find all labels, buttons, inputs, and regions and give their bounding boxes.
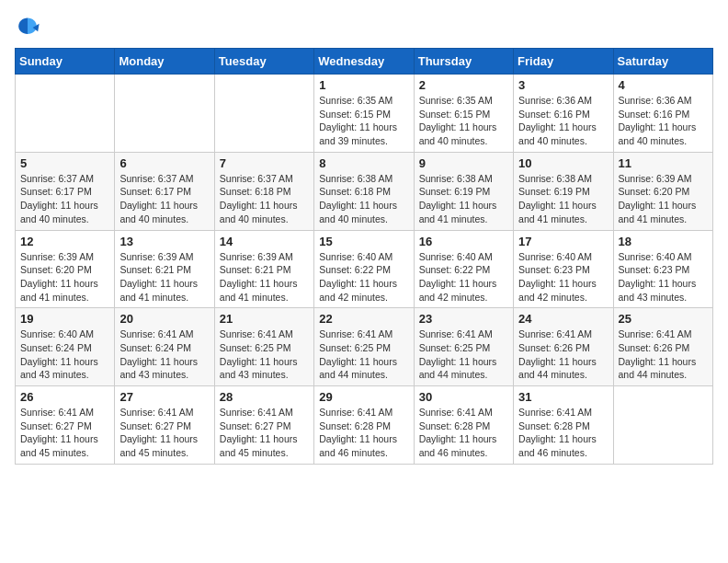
day-info: Sunrise: 6:41 AMSunset: 6:28 PMDaylight:… <box>419 406 508 460</box>
calendar-table: SundayMondayTuesdayWednesdayThursdayFrid… <box>15 48 713 465</box>
calendar-cell: 10Sunrise: 6:38 AMSunset: 6:19 PMDayligh… <box>514 152 613 230</box>
day-number: 21 <box>220 312 309 326</box>
calendar-week-row: 5Sunrise: 6:37 AMSunset: 6:17 PMDaylight… <box>16 152 713 230</box>
calendar-cell <box>16 75 115 153</box>
day-info: Sunrise: 6:41 AMSunset: 6:26 PMDaylight:… <box>518 327 608 382</box>
day-info: Sunrise: 6:41 AMSunset: 6:27 PMDaylight:… <box>220 406 309 460</box>
day-number: 26 <box>20 390 109 404</box>
day-info: Sunrise: 6:38 AMSunset: 6:19 PMDaylight:… <box>518 172 608 226</box>
day-info: Sunrise: 6:39 AMSunset: 6:20 PMDaylight:… <box>619 172 708 226</box>
calendar-cell: 15Sunrise: 6:40 AMSunset: 6:22 PMDayligh… <box>314 230 414 308</box>
day-number: 29 <box>319 390 408 404</box>
day-number: 12 <box>20 235 109 248</box>
day-info: Sunrise: 6:37 AMSunset: 6:17 PMDaylight:… <box>119 172 209 226</box>
calendar-cell: 11Sunrise: 6:39 AMSunset: 6:20 PMDayligh… <box>613 152 712 230</box>
day-number: 17 <box>518 235 608 248</box>
calendar-cell: 31Sunrise: 6:41 AMSunset: 6:28 PMDayligh… <box>514 386 613 465</box>
calendar-cell: 18Sunrise: 6:40 AMSunset: 6:23 PMDayligh… <box>613 230 712 308</box>
calendar-cell: 27Sunrise: 6:41 AMSunset: 6:27 PMDayligh… <box>115 386 214 465</box>
calendar-cell: 4Sunrise: 6:36 AMSunset: 6:16 PMDaylight… <box>613 75 712 153</box>
calendar-cell: 2Sunrise: 6:35 AMSunset: 6:15 PMDaylight… <box>414 75 513 153</box>
calendar-cell: 23Sunrise: 6:41 AMSunset: 6:25 PMDayligh… <box>414 308 513 386</box>
calendar-cell: 19Sunrise: 6:40 AMSunset: 6:24 PMDayligh… <box>16 308 115 386</box>
calendar-cell: 12Sunrise: 6:39 AMSunset: 6:20 PMDayligh… <box>16 230 115 308</box>
day-number: 19 <box>20 312 109 326</box>
weekday-header: Thursday <box>414 49 513 75</box>
weekday-header: Friday <box>514 49 613 75</box>
day-info: Sunrise: 6:36 AMSunset: 6:16 PMDaylight:… <box>619 94 708 148</box>
calendar-cell: 29Sunrise: 6:41 AMSunset: 6:28 PMDayligh… <box>314 386 414 465</box>
day-number: 1 <box>319 78 408 92</box>
day-number: 15 <box>319 235 408 248</box>
day-info: Sunrise: 6:40 AMSunset: 6:22 PMDaylight:… <box>419 250 508 304</box>
calendar-cell: 24Sunrise: 6:41 AMSunset: 6:26 PMDayligh… <box>514 308 613 386</box>
calendar-week-row: 12Sunrise: 6:39 AMSunset: 6:20 PMDayligh… <box>16 230 713 308</box>
calendar-cell: 22Sunrise: 6:41 AMSunset: 6:25 PMDayligh… <box>314 308 414 386</box>
calendar-cell: 9Sunrise: 6:38 AMSunset: 6:19 PMDaylight… <box>414 152 513 230</box>
day-number: 30 <box>419 390 508 404</box>
day-number: 28 <box>220 390 309 404</box>
day-number: 27 <box>119 390 209 404</box>
calendar-cell: 8Sunrise: 6:38 AMSunset: 6:18 PMDaylight… <box>314 152 414 230</box>
day-info: Sunrise: 6:39 AMSunset: 6:21 PMDaylight:… <box>220 250 309 304</box>
day-number: 7 <box>220 156 309 170</box>
calendar-cell: 28Sunrise: 6:41 AMSunset: 6:27 PMDayligh… <box>214 386 313 465</box>
day-info: Sunrise: 6:36 AMSunset: 6:16 PMDaylight:… <box>518 94 608 148</box>
logo <box>15 15 44 40</box>
day-info: Sunrise: 6:39 AMSunset: 6:20 PMDaylight:… <box>20 250 109 304</box>
day-number: 31 <box>518 390 608 404</box>
header <box>15 15 713 40</box>
day-info: Sunrise: 6:35 AMSunset: 6:15 PMDaylight:… <box>319 94 408 148</box>
day-info: Sunrise: 6:40 AMSunset: 6:23 PMDaylight:… <box>518 250 608 304</box>
day-info: Sunrise: 6:40 AMSunset: 6:24 PMDaylight:… <box>20 327 109 382</box>
calendar-cell: 1Sunrise: 6:35 AMSunset: 6:15 PMDaylight… <box>314 75 414 153</box>
calendar-cell: 25Sunrise: 6:41 AMSunset: 6:26 PMDayligh… <box>613 308 712 386</box>
calendar-cell: 3Sunrise: 6:36 AMSunset: 6:16 PMDaylight… <box>514 75 613 153</box>
day-info: Sunrise: 6:41 AMSunset: 6:25 PMDaylight:… <box>319 327 408 382</box>
day-number: 10 <box>518 156 608 170</box>
day-number: 11 <box>619 156 708 170</box>
day-number: 8 <box>319 156 408 170</box>
calendar-cell: 7Sunrise: 6:37 AMSunset: 6:18 PMDaylight… <box>214 152 313 230</box>
day-number: 2 <box>419 78 508 92</box>
calendar-cell: 14Sunrise: 6:39 AMSunset: 6:21 PMDayligh… <box>214 230 313 308</box>
calendar-cell: 16Sunrise: 6:40 AMSunset: 6:22 PMDayligh… <box>414 230 513 308</box>
calendar-week-row: 26Sunrise: 6:41 AMSunset: 6:27 PMDayligh… <box>16 386 713 465</box>
day-number: 13 <box>119 235 209 248</box>
day-number: 3 <box>518 78 608 92</box>
logo-icon <box>15 15 40 40</box>
day-info: Sunrise: 6:41 AMSunset: 6:24 PMDaylight:… <box>119 327 209 382</box>
page-container: SundayMondayTuesdayWednesdayThursdayFrid… <box>15 15 713 465</box>
day-number: 14 <box>220 235 309 248</box>
calendar-cell: 20Sunrise: 6:41 AMSunset: 6:24 PMDayligh… <box>115 308 214 386</box>
calendar-cell: 30Sunrise: 6:41 AMSunset: 6:28 PMDayligh… <box>414 386 513 465</box>
day-number: 23 <box>419 312 508 326</box>
weekday-header: Tuesday <box>214 49 313 75</box>
day-info: Sunrise: 6:38 AMSunset: 6:18 PMDaylight:… <box>319 172 408 226</box>
calendar-cell: 17Sunrise: 6:40 AMSunset: 6:23 PMDayligh… <box>514 230 613 308</box>
calendar-cell: 13Sunrise: 6:39 AMSunset: 6:21 PMDayligh… <box>115 230 214 308</box>
day-info: Sunrise: 6:40 AMSunset: 6:23 PMDaylight:… <box>619 250 708 304</box>
day-info: Sunrise: 6:41 AMSunset: 6:26 PMDaylight:… <box>619 327 708 382</box>
day-info: Sunrise: 6:41 AMSunset: 6:25 PMDaylight:… <box>220 327 309 382</box>
day-info: Sunrise: 6:41 AMSunset: 6:27 PMDaylight:… <box>119 406 209 460</box>
calendar-cell <box>214 75 313 153</box>
day-info: Sunrise: 6:41 AMSunset: 6:28 PMDaylight:… <box>319 406 408 460</box>
weekday-header-row: SundayMondayTuesdayWednesdayThursdayFrid… <box>16 49 713 75</box>
day-number: 24 <box>518 312 608 326</box>
day-info: Sunrise: 6:38 AMSunset: 6:19 PMDaylight:… <box>419 172 508 226</box>
calendar-cell: 5Sunrise: 6:37 AMSunset: 6:17 PMDaylight… <box>16 152 115 230</box>
day-info: Sunrise: 6:39 AMSunset: 6:21 PMDaylight:… <box>119 250 209 304</box>
calendar-week-row: 19Sunrise: 6:40 AMSunset: 6:24 PMDayligh… <box>16 308 713 386</box>
day-number: 16 <box>419 235 508 248</box>
calendar-cell: 26Sunrise: 6:41 AMSunset: 6:27 PMDayligh… <box>16 386 115 465</box>
day-number: 9 <box>419 156 508 170</box>
weekday-header: Sunday <box>16 49 115 75</box>
day-info: Sunrise: 6:37 AMSunset: 6:18 PMDaylight:… <box>220 172 309 226</box>
day-number: 18 <box>619 235 708 248</box>
calendar-cell: 6Sunrise: 6:37 AMSunset: 6:17 PMDaylight… <box>115 152 214 230</box>
weekday-header: Monday <box>115 49 214 75</box>
calendar-cell: 21Sunrise: 6:41 AMSunset: 6:25 PMDayligh… <box>214 308 313 386</box>
day-number: 6 <box>119 156 209 170</box>
day-number: 4 <box>619 78 708 92</box>
